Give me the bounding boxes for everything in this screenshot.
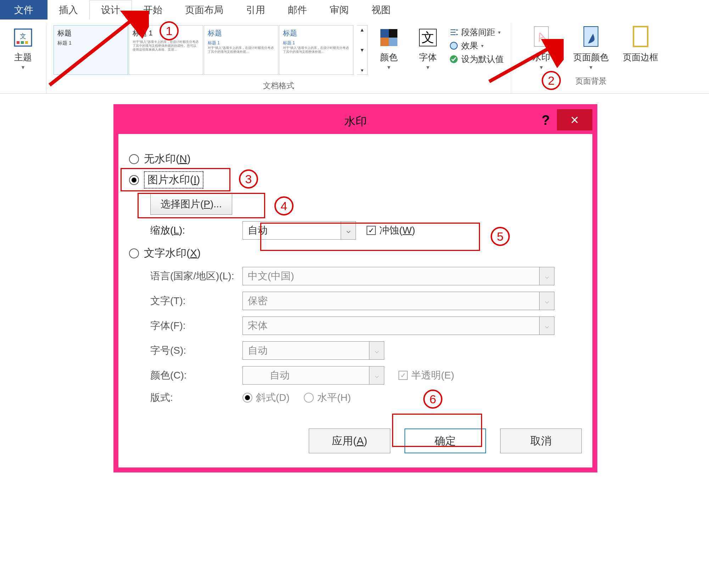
gallery-down-icon[interactable]: ▼	[358, 47, 367, 53]
ribbon-body: 文 主题 ▼ 标题 标题 1 标题 1 对于"插入"选项卡上的库，在设计时都充分	[0, 19, 709, 93]
dialog-help-button[interactable]: ?	[542, 113, 550, 128]
doc-style-2[interactable]: 标题 1 对于"插入"选项卡上的库，在设计时都充分考虑了其中的项与文档整体外观的…	[129, 25, 203, 75]
apply-button[interactable]: 应用(A)	[309, 429, 390, 453]
page-bg-group-label: 页面背景	[575, 72, 607, 89]
themes-drop-icon: ▼	[21, 65, 26, 70]
language-combo: 中文(中国) ⌵	[242, 267, 554, 285]
color-combo: 自动 ⌵	[242, 366, 384, 385]
select-picture-button[interactable]: 选择图片(P)...	[150, 194, 232, 215]
themes-button[interactable]: 文 主题 ▼	[7, 25, 39, 70]
watermark-dialog: 水印 ? × 无水印(N) 图片水印(I) 选择图片(P)... 缩放(L):	[113, 104, 597, 472]
gallery-up-icon[interactable]: ▲	[358, 27, 367, 33]
chevron-down-icon: ⌵	[539, 267, 554, 285]
semitransparent-checkbox: 半透明(E)	[398, 369, 454, 382]
fonts-icon: 文	[415, 25, 440, 50]
ok-button[interactable]: 确定	[404, 429, 486, 453]
fonts-drop-icon: ▼	[425, 65, 430, 70]
radio-diagonal: 斜式(D)	[242, 391, 290, 404]
chevron-down-icon: ⌵	[539, 317, 554, 335]
set-default-button[interactable]: 设为默认值	[449, 54, 504, 65]
color-label: 颜色(C):	[129, 369, 242, 382]
watermark-drop-icon: ▼	[539, 65, 544, 70]
watermark-button[interactable]: A 水印 ▼	[518, 25, 564, 70]
chevron-down-icon: ⌵	[341, 222, 356, 239]
svg-rect-4	[25, 41, 28, 44]
effects-button[interactable]: 效果 ▾	[449, 40, 504, 51]
ribbon-tabs: 文件 插入 设计 开始 页面布局 引用 邮件 审阅 视图	[0, 0, 709, 19]
tab-file[interactable]: 文件	[0, 0, 48, 19]
group-page-background: A 水印 ▼ 页面颜色 ▼ 页面边框	[511, 23, 671, 93]
group-themes: 文 主题 ▼	[0, 23, 46, 93]
scale-label: 缩放(L):	[129, 224, 242, 237]
font-label: 字体(F):	[129, 319, 242, 332]
scale-combo[interactable]: 自动 ⌵	[242, 221, 356, 240]
page-border-icon	[628, 25, 653, 50]
tab-insert[interactable]: 插入	[48, 0, 89, 19]
doc-format-group-label: 文档格式	[263, 77, 294, 93]
chevron-down-icon: ⌵	[369, 366, 384, 384]
radio-icon	[242, 393, 252, 403]
radio-icon	[129, 154, 139, 164]
doc-style-1[interactable]: 标题 标题 1	[54, 25, 128, 75]
svg-rect-3	[21, 41, 24, 44]
svg-text:文: 文	[422, 30, 434, 45]
group-doc-format: 标题 标题 1 标题 1 对于"插入"选项卡上的库，在设计时都充分考虑了其中的项…	[46, 23, 511, 93]
tab-layout[interactable]: 页面布局	[174, 0, 235, 19]
radio-text-watermark[interactable]: 文字水印(X)	[129, 246, 582, 261]
gallery-more-icon[interactable]: ▾	[358, 67, 367, 73]
radio-icon	[129, 248, 139, 258]
effects-icon	[449, 41, 458, 50]
gallery-scroll[interactable]: ▲ ▼ ▾	[357, 25, 368, 75]
size-combo: 自动 ⌵	[242, 341, 384, 360]
chevron-down-icon: ⌵	[539, 292, 554, 310]
svg-rect-2	[17, 41, 19, 44]
dialog-buttons: 应用(A) 确定 取消 6	[118, 418, 592, 467]
dialog-body: 无水印(N) 图片水印(I) 选择图片(P)... 缩放(L): 自动 ⌵	[118, 134, 592, 418]
radio-horizontal: 水平(H)	[304, 391, 351, 404]
text-label: 文字(T):	[129, 294, 242, 308]
dialog-titlebar[interactable]: 水印 ? ×	[118, 109, 592, 134]
svg-rect-8	[389, 38, 397, 46]
fonts-button[interactable]: 文 字体 ▼	[410, 25, 446, 75]
tab-mail[interactable]: 邮件	[277, 0, 318, 19]
svg-rect-16	[633, 27, 648, 46]
doc-style-3[interactable]: 标题 标题 1 对于"插入"选项卡上的库，在设计时都充分考虑了其中的项与文档整体…	[204, 25, 278, 75]
radio-icon	[129, 175, 139, 185]
watermark-dialog-wrap: 水印 ? × 无水印(N) 图片水印(I) 选择图片(P)... 缩放(L):	[113, 104, 597, 472]
svg-point-11	[450, 42, 457, 49]
themes-icon: 文	[11, 25, 35, 50]
tab-design[interactable]: 设计	[89, 0, 132, 19]
svg-rect-15	[584, 27, 598, 46]
tab-start[interactable]: 开始	[132, 0, 174, 19]
page-color-drop-icon: ▼	[588, 65, 593, 70]
tab-ref[interactable]: 引用	[235, 0, 277, 19]
doc-style-4[interactable]: 标题 标题 1 对于"插入"选项卡上的库，在设计时都充分考虑了其中的项与文档整体…	[279, 25, 353, 75]
font-combo: 宋体 ⌵	[242, 317, 554, 335]
colors-drop-icon: ▼	[386, 65, 391, 70]
svg-rect-7	[380, 38, 389, 46]
ribbon: 文件 插入 设计 开始 页面布局 引用 邮件 审阅 视图 文 主题 ▼	[0, 0, 709, 94]
colors-icon	[376, 25, 401, 50]
tab-view[interactable]: 视图	[360, 0, 402, 19]
spacing-icon	[449, 28, 458, 37]
size-label: 字号(S):	[129, 344, 242, 357]
washout-checkbox[interactable]: 冲蚀(W)	[367, 224, 415, 237]
page-color-button[interactable]: 页面颜色 ▼	[568, 25, 614, 70]
radio-picture-watermark[interactable]: 图片水印(I)	[129, 171, 582, 189]
checkbox-icon	[398, 371, 408, 380]
check-icon	[449, 55, 458, 64]
paragraph-spacing-button[interactable]: 段落间距 ▾	[449, 27, 504, 38]
page-border-button[interactable]: 页面边框	[618, 25, 664, 63]
checkbox-icon	[367, 226, 376, 235]
cancel-button[interactable]: 取消	[500, 429, 582, 453]
dialog-close-button[interactable]: ×	[557, 109, 592, 130]
doc-style-gallery[interactable]: 标题 标题 1 标题 1 对于"插入"选项卡上的库，在设计时都充分考虑了其中的项…	[54, 25, 353, 75]
tab-review[interactable]: 审阅	[318, 0, 360, 19]
radio-no-watermark[interactable]: 无水印(N)	[129, 152, 582, 166]
colors-button[interactable]: 颜色 ▼	[371, 25, 407, 75]
dialog-title: 水印	[344, 114, 367, 129]
svg-rect-5	[380, 29, 389, 38]
watermark-icon: A	[529, 25, 554, 50]
chevron-down-icon: ⌵	[369, 342, 384, 359]
svg-text:文: 文	[20, 33, 26, 40]
